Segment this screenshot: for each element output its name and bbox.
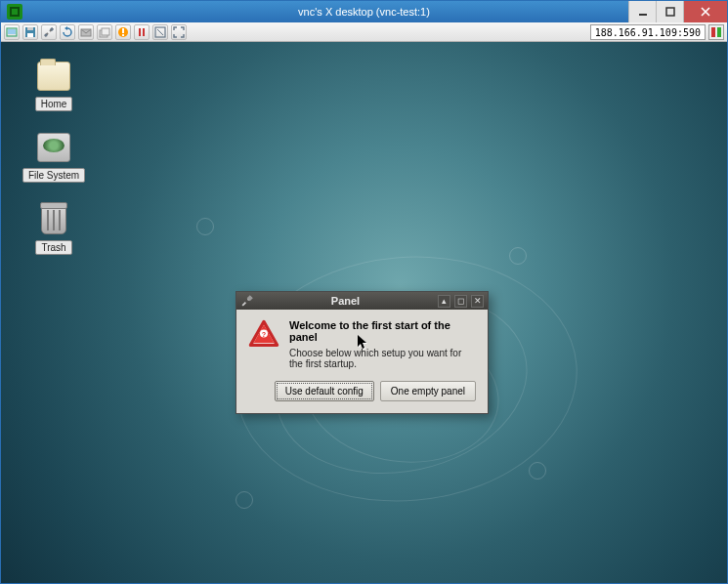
tool-scale-icon[interactable] [152, 24, 168, 40]
tool-save-icon[interactable] [22, 24, 38, 40]
use-default-config-button[interactable]: Use default config [275, 381, 374, 401]
svg-point-7 [45, 33, 48, 36]
svg-text:?: ? [262, 330, 266, 339]
tool-info-icon[interactable] [78, 24, 94, 40]
folder-icon [37, 62, 70, 91]
window-title: vnc's X desktop (vnc-test:1) [1, 6, 727, 18]
svg-rect-0 [639, 14, 647, 16]
dialog-close-button[interactable]: ✕ [471, 295, 484, 308]
trash-icon [41, 205, 66, 234]
tool-fullscreen-icon[interactable] [171, 24, 187, 40]
tool-pause-icon[interactable] [134, 24, 150, 40]
vnc-toolbar: 188.166.91.109:590 [1, 22, 727, 42]
svg-rect-15 [143, 28, 145, 36]
app-icon [7, 4, 22, 20]
svg-rect-12 [122, 28, 124, 33]
svg-rect-14 [139, 28, 141, 36]
desktop-icon-label: Trash [35, 240, 71, 255]
desktop-icon-label: Home [35, 97, 73, 111]
svg-rect-13 [122, 34, 124, 36]
minimize-button[interactable] [628, 1, 656, 22]
dialog-up-button[interactable]: ▴ [438, 295, 450, 308]
tool-refresh-icon[interactable] [60, 24, 75, 40]
desktop-icon-trash[interactable]: Trash [19, 205, 89, 255]
dialog-app-icon [240, 295, 253, 308]
tool-warn-icon[interactable] [115, 24, 131, 40]
tool-send-cad-icon[interactable] [97, 24, 112, 40]
svg-rect-10 [102, 28, 109, 35]
svg-rect-5 [27, 33, 33, 37]
dialog-titlebar[interactable]: Panel ▴ ◻ ✕ [236, 292, 488, 310]
maximize-button[interactable] [656, 1, 683, 22]
desktop-icon-label: File System [22, 168, 85, 183]
dialog-subtext: Choose below which setup you want for th… [289, 348, 476, 369]
remote-desktop[interactable]: Home File System Trash Panel ▴ ◻ ✕ [1, 42, 727, 583]
vnc-outer-window: vnc's X desktop (vnc-test:1) 188.166.91.… [0, 0, 728, 584]
desktop-icon-filesystem[interactable]: File System [19, 133, 89, 183]
ip-display: 188.166.91.109:590 [590, 24, 706, 40]
dialog-heading: Welcome to the first start of the panel [289, 319, 476, 343]
desktop-icon-home[interactable]: Home [19, 62, 89, 111]
svg-rect-3 [8, 29, 16, 34]
window-titlebar[interactable]: vnc's X desktop (vnc-test:1) [1, 1, 727, 22]
dialog-max-button[interactable]: ◻ [454, 295, 467, 308]
tool-options-icon[interactable] [41, 24, 57, 40]
panel-dialog: Panel ▴ ◻ ✕ ? Welcome to the first start… [236, 291, 489, 414]
close-button[interactable] [683, 1, 727, 22]
drive-icon [37, 133, 70, 162]
tool-new-connection-icon[interactable] [4, 24, 20, 40]
svg-rect-1 [666, 8, 674, 16]
dialog-title: Panel [257, 295, 434, 307]
svg-rect-6 [27, 27, 33, 30]
warning-icon: ? [248, 319, 279, 351]
one-empty-panel-button[interactable]: One empty panel [380, 381, 476, 401]
traffic-indicator-icon [708, 24, 724, 40]
